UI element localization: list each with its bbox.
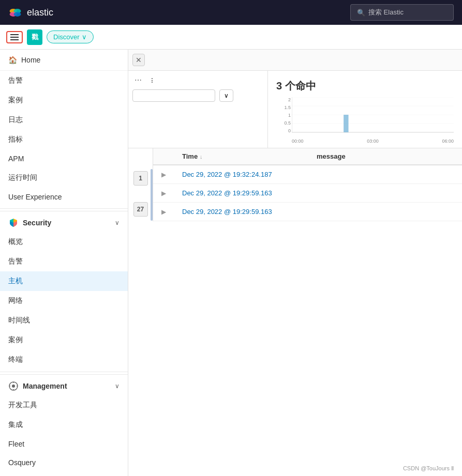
sidebar-item-home[interactable]: 🏠 Home xyxy=(0,50,128,71)
content-area: ✕ ⋯ ⫶ ∨ 3 个命中 xyxy=(128,50,462,476)
x-axis-label: 06:00 xyxy=(442,139,454,144)
security-icon xyxy=(8,218,19,228)
security-section-title: Security xyxy=(8,218,51,228)
sidebar-item-fleet[interactable]: Fleet xyxy=(0,435,128,453)
results-table-container: 1 27 Time ↓ message xyxy=(128,148,462,221)
col-time[interactable]: Time ↓ xyxy=(182,152,317,160)
col-message: message xyxy=(317,152,454,160)
x-axis-label: 03:00 xyxy=(367,139,379,144)
logo-text: elastic xyxy=(27,7,53,18)
sidebar-item-security-alerts[interactable]: 告警 xyxy=(0,252,128,271)
management-icon xyxy=(8,381,19,391)
row-time: Dec 29, 2022 @ 19:32:24.187 xyxy=(182,171,317,178)
sidebar-item-cases[interactable]: 案例 xyxy=(0,90,128,110)
table-row[interactable]: ▶ Dec 29, 2022 @ 19:32:24.187 xyxy=(153,165,462,184)
logo[interactable]: elastic xyxy=(8,5,53,20)
col-expand xyxy=(161,152,182,160)
filter-dropdown[interactable]: ∨ xyxy=(219,89,233,102)
table-content: Time ↓ message ▶ Dec 29, 2022 @ 19:32:24… xyxy=(153,148,462,221)
close-button[interactable]: ✕ xyxy=(132,54,145,66)
page-badge-27: 27 xyxy=(133,202,148,217)
elastic-logo-icon xyxy=(8,5,23,20)
hamburger-button[interactable] xyxy=(6,31,23,43)
sidebar-item-metrics[interactable]: 指标 xyxy=(0,130,128,149)
secondary-nav: 戳 Discover ∨ xyxy=(0,25,462,50)
filter-input[interactable] xyxy=(132,89,215,102)
search-icon: 🔍 xyxy=(357,9,365,17)
y-axis-label: 2 xyxy=(288,97,291,102)
topbar: elastic 🔍 搜索 Elastic xyxy=(0,0,462,25)
hamburger-line xyxy=(10,39,19,40)
row-time: Dec 29, 2022 @ 19:29:59.163 xyxy=(182,189,317,197)
management-section-title: Management xyxy=(8,381,67,391)
discover-tab[interactable]: Discover ∨ xyxy=(47,30,94,43)
sidebar: 🏠 Home 告警 案例 日志 指标 APM 运行时间 User Experie… xyxy=(0,50,128,476)
svg-point-4 xyxy=(14,12,21,17)
security-section-header[interactable]: Security ∨ xyxy=(0,211,128,232)
bottom-branding: CSDN @TouJours Ⅱ xyxy=(403,465,454,472)
hamburger-line xyxy=(10,34,19,35)
sidebar-item-dev-tools[interactable]: 开发工具 xyxy=(0,395,128,415)
row-expand-icon[interactable]: ▶ xyxy=(161,190,182,197)
search-placeholder: 搜索 Elastic xyxy=(368,8,404,17)
main-area: 🏠 Home 告警 案例 日志 指标 APM 运行时间 User Experie… xyxy=(0,50,462,476)
page-badge-1: 1 xyxy=(133,171,148,186)
management-chevron-icon: ∨ xyxy=(115,382,120,390)
security-chevron-icon: ∨ xyxy=(115,219,120,226)
sidebar-item-security-network[interactable]: 网络 xyxy=(0,291,128,311)
filter-icon[interactable]: ⫶ xyxy=(148,75,156,85)
search-bar[interactable]: 🔍 搜索 Elastic xyxy=(350,4,454,21)
management-section-header[interactable]: Management ∨ xyxy=(0,374,128,395)
sidebar-item-alerts[interactable]: 告警 xyxy=(0,71,128,90)
sidebar-item-stack-monitor[interactable]: 堆栈监测 xyxy=(0,472,128,476)
row-expand-icon[interactable]: ▶ xyxy=(161,171,182,178)
hamburger-line xyxy=(10,37,19,38)
table-header: Time ↓ message xyxy=(153,148,462,165)
y-axis-label: 0.5 xyxy=(284,120,291,126)
hits-count: 3 个命中 xyxy=(276,75,316,95)
row-expand-icon[interactable]: ▶ xyxy=(161,208,182,216)
chevron-down-icon: ∨ xyxy=(82,33,87,41)
sidebar-item-logs[interactable]: 日志 xyxy=(0,110,128,130)
y-axis-label: 0 xyxy=(288,128,291,133)
sidebar-item-osquery[interactable]: Osquery xyxy=(0,453,128,472)
sidebar-item-security-endpoints[interactable]: 终端 xyxy=(0,350,128,370)
sidebar-item-security-cases[interactable]: 案例 xyxy=(0,330,128,350)
histogram-chart xyxy=(292,97,454,133)
sidebar-item-integrations[interactable]: 集成 xyxy=(0,415,128,435)
y-axis-label: 1 xyxy=(288,113,291,118)
row-time: Dec 29, 2022 @ 19:29:59.163 xyxy=(182,208,317,216)
chevron-down-icon: ∨ xyxy=(224,92,229,99)
scroll-indicator xyxy=(151,169,153,221)
sidebar-divider xyxy=(0,208,128,209)
svg-rect-14 xyxy=(344,115,348,132)
y-axis-label: 1.5 xyxy=(284,105,291,110)
nav-app-icon[interactable]: 戳 xyxy=(27,29,42,45)
sidebar-item-security-timeline[interactable]: 时间线 xyxy=(0,311,128,330)
sort-asc-icon: ↓ xyxy=(200,153,203,160)
sidebar-item-security-hosts[interactable]: 主机 xyxy=(0,271,128,291)
x-axis-label: 00:00 xyxy=(292,139,304,144)
table-row[interactable]: ▶ Dec 29, 2022 @ 19:29:59.163 xyxy=(153,184,462,203)
sidebar-divider-2 xyxy=(0,372,128,372)
sidebar-item-user-experience[interactable]: User Experience xyxy=(0,188,128,206)
sidebar-item-security-overview[interactable]: 概览 xyxy=(0,232,128,252)
sidebar-item-uptime[interactable]: 运行时间 xyxy=(0,168,128,188)
home-icon: 🏠 xyxy=(8,56,17,64)
table-row[interactable]: ▶ Dec 29, 2022 @ 19:29:59.163 xyxy=(153,203,462,221)
svg-point-6 xyxy=(12,385,15,388)
sidebar-item-apm[interactable]: APM xyxy=(0,149,128,168)
more-options-icon[interactable]: ⋯ xyxy=(132,75,144,85)
